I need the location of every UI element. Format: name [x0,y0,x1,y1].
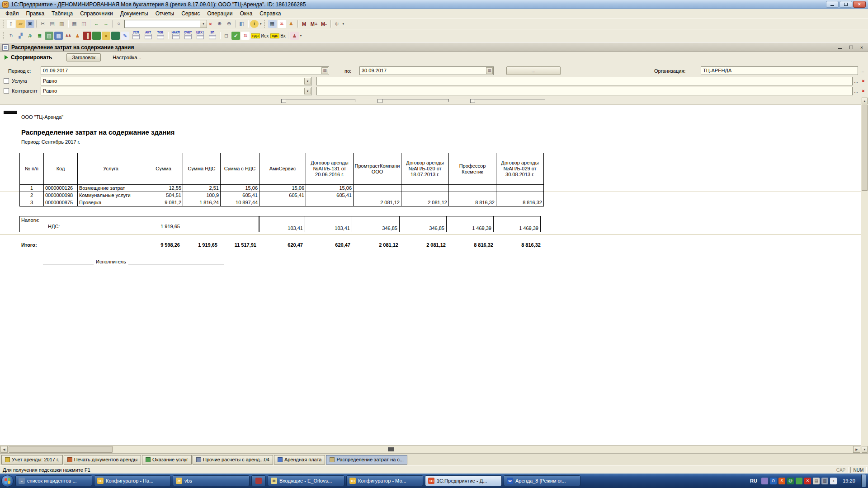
calculator-icon[interactable]: ▦ [268,20,277,28]
print-icon[interactable]: ▦ [70,20,79,28]
outlook-icon[interactable]: O [770,478,777,484]
service-settings-icon[interactable]: ψ [333,20,341,28]
service-clear-button[interactable]: × [860,77,867,85]
binder-icon[interactable]: ▐ [83,32,91,40]
taskbar-button[interactable]: WАренда_8 [Режим ог... [504,475,580,486]
taskbar-button[interactable]: 1С1С:Предприятие - Д... [425,475,502,486]
find-input[interactable] [124,20,200,28]
mdi-close-button[interactable]: × [858,44,866,51]
service-condition-dropdown-icon[interactable]: ▼ [304,78,311,84]
horizontal-scroll-thumb[interactable] [9,446,113,453]
taskbar-button[interactable]: ✉Входящие - E_Orlovs... [268,475,344,486]
scroll-down-icon[interactable]: ▼ [862,446,868,453]
open-icon[interactable]: ▱ [16,20,25,28]
undo-icon[interactable]: ← [92,20,101,28]
quick-nakl-button[interactable]: НАКЛ [170,31,181,41]
mdi-restore-button[interactable] [847,44,855,51]
save-icon[interactable]: ▣ [26,20,34,28]
menu-item-правка[interactable]: Правка [23,9,48,18]
header-toggle-button[interactable]: Заголовок [66,53,101,61]
coins-icon[interactable]: ● [102,32,110,40]
quick-zp-button[interactable]: ЗП [207,31,218,41]
cut-icon[interactable]: ✂ [38,20,47,28]
vat-out-button[interactable]: НДСИсх [251,32,269,40]
plant-icon[interactable] [92,32,101,40]
contractor-select-button[interactable]: ... [853,87,859,95]
zoom-in-icon[interactable]: ⊕ [215,20,224,28]
menu-item-документы[interactable]: Документы [117,9,152,18]
dropdown-caret-icon[interactable]: ▾ [260,22,262,26]
menu-item-операции[interactable]: Операции [203,9,236,18]
language-indicator[interactable]: RU [750,478,757,483]
maximize-button[interactable] [840,1,852,8]
user-icon[interactable]: ♟ [287,20,296,28]
quick-tov-button[interactable]: ТОВ [155,31,166,41]
toolbar-grip[interactable] [264,20,266,28]
volume-icon[interactable]: ♪ [830,478,837,484]
edit-document-icon[interactable]: ✎ [121,32,129,40]
toolbar-grip[interactable] [3,20,5,28]
taskbar-clock[interactable]: 19:20 [839,478,859,483]
menu-item-окна[interactable]: Окна [236,9,256,18]
minimize-button[interactable] [826,1,839,8]
menu-item-таблица[interactable]: Таблица [48,9,76,18]
organization-select-button[interactable]: ... [859,66,866,75]
dropdown-caret-icon[interactable]: ▾ [300,34,302,38]
calendar-icon[interactable]: 31 [278,20,286,28]
menu-item-справочники[interactable]: Справочники [76,9,117,18]
tasks-icon[interactable]: ✔ [231,32,240,40]
removable-device-icon[interactable] [761,478,768,484]
menu-item-сервис[interactable]: Сервис [178,9,203,18]
close-button[interactable]: × [853,1,866,8]
menu-item-файл[interactable]: Файл [2,9,23,18]
show-desktop-button[interactable] [861,474,866,487]
column-group-marker[interactable]: − [470,99,545,103]
find-icon[interactable]: ○ [114,20,123,28]
window-tab[interactable]: Учет аренды: 2017 г. [1,455,63,465]
service-condition-combo[interactable]: Равно ▼ [41,77,312,85]
journal-icon[interactable]: ▤ [45,32,53,40]
row-group-marker[interactable] [4,111,17,114]
clipboard-icon[interactable]: ▤ [813,478,820,484]
menu-item-справка[interactable]: Справка [256,9,284,18]
cash-calc-icon[interactable]: ▦ [54,32,63,40]
health-icon[interactable] [796,478,802,484]
memory-plus-button[interactable]: M+ [310,20,319,28]
redo-icon[interactable]: → [102,20,110,28]
horizontal-scrollbar[interactable]: ◀ ▶ [0,445,868,453]
safe-icon[interactable] [111,32,120,40]
windows-icon[interactable]: ◧ [237,20,246,28]
new-document-icon[interactable]: ▯ [7,20,15,28]
toolbar-grip[interactable] [3,32,5,39]
print-preview-icon[interactable]: ◫ [80,20,88,28]
network-icon[interactable]: ▥ [821,478,828,484]
window-tab[interactable]: Прочие расчеты с аренд...04 [193,455,273,465]
start-button[interactable] [1,475,14,487]
taskbar-button[interactable] [251,475,266,486]
blocks-icon[interactable]: ▞ [16,32,25,40]
window-tab[interactable]: Печать документов аренды [64,455,141,465]
window-tab[interactable]: Оказание услуг [142,455,192,465]
contractor-condition-combo[interactable]: Равно ▼ [41,87,312,95]
quick-ceh1-button[interactable]: ЦЕХ1 [194,31,206,41]
memory-m-button[interactable]: M [300,20,309,28]
memory-minus-button[interactable]: M- [320,20,329,28]
contractor-condition-dropdown-icon[interactable]: ▼ [304,88,311,94]
contractor-filter-checkbox[interactable] [4,88,9,94]
period-more-button[interactable]: ... [506,66,561,75]
taskbar-button[interactable]: 1СКонфигуратор - На... [94,475,171,486]
partners-icon[interactable]: ♟♟ [64,32,72,40]
error-flag-icon[interactable]: ✕ [804,478,811,484]
find-combobox[interactable]: ▼× [124,20,214,28]
menu-item-отчеты[interactable]: Отчеты [152,9,178,18]
vertical-scroll-thumb[interactable] [862,105,868,191]
taskbar-button[interactable]: 1СКонфигуратор - Мо... [346,475,423,486]
mdi-minimize-button[interactable] [836,44,844,51]
contractor-clear-button[interactable]: × [860,87,867,95]
cart-icon[interactable]: ⊟ [222,32,231,40]
service-filter-checkbox[interactable] [4,78,9,84]
quick-akt-button[interactable]: АКТ [142,31,154,41]
taskbar-button[interactable]: ▱vbs [173,475,250,486]
vat-in-button[interactable]: НДСВх [270,32,286,40]
quick-usl-button[interactable]: УСЛ [130,31,142,41]
